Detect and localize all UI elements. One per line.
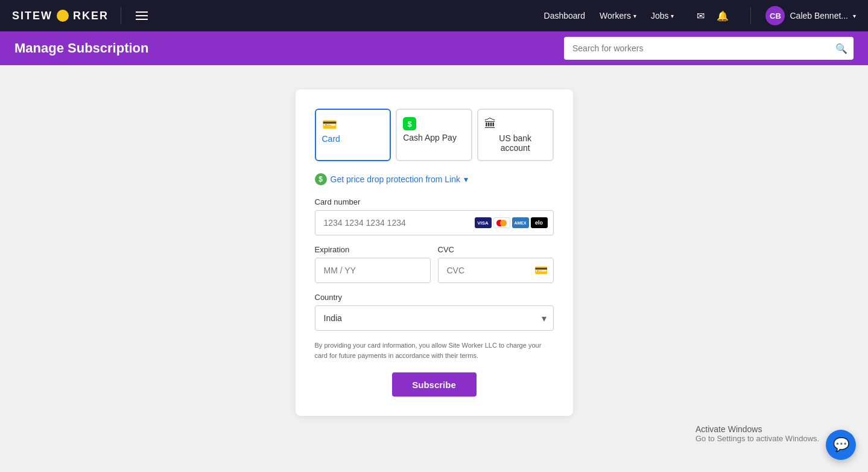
search-button[interactable]: 🔍 (835, 43, 847, 54)
expiration-label: Expiration (315, 245, 431, 254)
card-tab-label: Card (322, 134, 340, 144)
expiration-input[interactable] (315, 258, 431, 283)
nav-divider-1 (121, 7, 121, 24)
tab-cashapp[interactable]: $ Cash App Pay (396, 109, 472, 161)
search-container: 🔍 (564, 37, 854, 60)
cvc-wrapper: 💳 (438, 258, 554, 283)
nav-icons: ✉ 🔔 (694, 8, 731, 24)
user-chevron: ▾ (853, 13, 856, 19)
mail-icon-button[interactable]: ✉ (694, 8, 707, 24)
country-select-wrapper: India United States United Kingdom Canad… (315, 305, 554, 331)
card-icons: VISA AMEX elo (475, 217, 548, 228)
expiration-group: Expiration (315, 245, 431, 283)
country-group: Country India United States United Kingd… (315, 293, 554, 331)
subscribe-button[interactable]: Subscribe (392, 372, 477, 397)
jobs-nav[interactable]: Jobs ▾ (645, 7, 680, 24)
card-tab-icon: 💳 (322, 117, 337, 132)
search-input[interactable] (564, 37, 854, 60)
payment-panel: 💳 Card $ Cash App Pay 🏛 US bank account … (296, 89, 573, 416)
tab-card[interactable]: 💳 Card (315, 109, 391, 161)
card-number-label: Card number (315, 197, 554, 206)
navbar: SITEW RKER Dashboard Workers ▾ Jobs ▾ ✉ … (0, 0, 868, 31)
logo[interactable]: SITEW RKER (12, 10, 109, 22)
cvc-label: CVC (438, 245, 554, 254)
mastercard-icon (493, 217, 510, 228)
bank-tab-label: US bank account (484, 133, 546, 153)
amex-icon: AMEX (512, 217, 529, 228)
expiration-cvc-row: Expiration CVC 💳 (315, 245, 554, 293)
workers-nav[interactable]: Workers ▾ (594, 7, 642, 24)
user-name: Caleb Bennet... (790, 11, 848, 21)
hamburger-button[interactable] (133, 9, 150, 22)
dashboard-nav[interactable]: Dashboard (538, 7, 592, 24)
chat-icon: 💬 (833, 437, 849, 453)
card-number-group: Card number VISA AMEX elo (315, 197, 554, 235)
cashapp-tab-label: Cash App Pay (403, 133, 457, 142)
jobs-chevron: ▾ (671, 13, 674, 19)
link-promo[interactable]: $ Get price drop protection from Link ▾ (315, 173, 554, 185)
chat-button[interactable]: 💬 (826, 430, 856, 460)
nav-separator (750, 7, 751, 24)
card-number-wrapper: VISA AMEX elo (315, 210, 554, 235)
cvc-group: CVC 💳 (438, 245, 554, 283)
bank-tab-icon: 🏛 (484, 117, 496, 131)
link-promo-text: Get price drop protection from Link (331, 174, 461, 184)
country-select[interactable]: India United States United Kingdom Canad… (315, 305, 554, 331)
disclaimer-text: By providing your card information, you … (315, 340, 554, 360)
visa-icon: VISA (475, 217, 492, 228)
page-header: Manage Subscription 🔍 (0, 31, 868, 65)
nav-links: Dashboard Workers ▾ Jobs ▾ (538, 7, 680, 24)
tab-bank[interactable]: 🏛 US bank account (477, 109, 554, 161)
cvc-card-icon: 💳 (534, 264, 548, 277)
page-title: Manage Subscription (14, 40, 148, 56)
payment-tabs: 💳 Card $ Cash App Pay 🏛 US bank account (315, 109, 554, 161)
elo-icon: elo (531, 217, 548, 228)
country-label: Country (315, 293, 554, 302)
bell-icon-button[interactable]: 🔔 (714, 8, 731, 24)
link-promo-chevron: ▾ (464, 174, 468, 184)
avatar: CB (765, 6, 785, 25)
cashapp-tab-icon: $ (403, 117, 416, 130)
main-content: 💳 Card $ Cash App Pay 🏛 US bank account … (0, 65, 868, 472)
link-promo-icon: $ (315, 173, 327, 185)
user-menu[interactable]: CB Caleb Bennet... ▾ (765, 6, 856, 25)
workers-chevron: ▾ (633, 13, 636, 19)
